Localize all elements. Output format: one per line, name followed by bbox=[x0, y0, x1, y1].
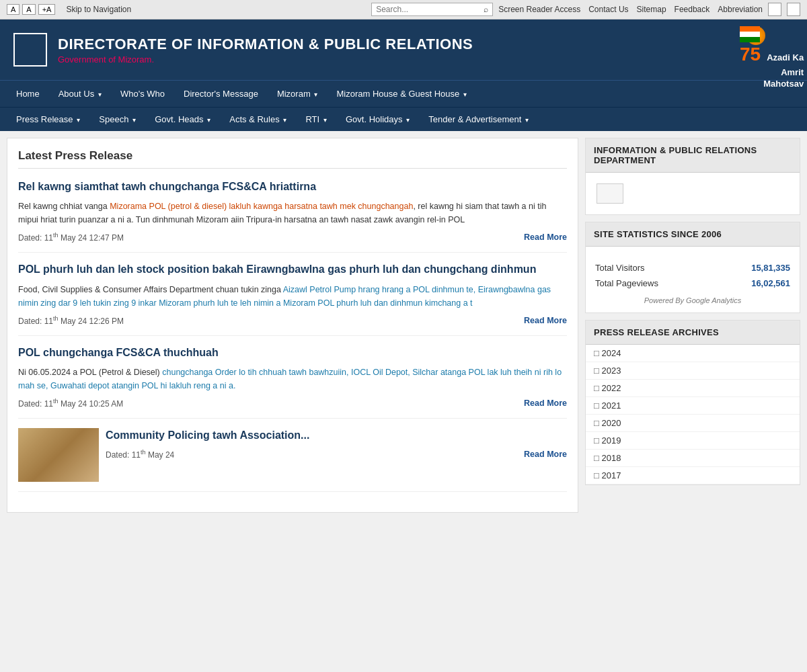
archives-box: PRESS RELEASE ARCHIVES 2024 2023 2022 20… bbox=[585, 320, 800, 485]
font-decrease-button[interactable]: A bbox=[7, 4, 20, 15]
list-item[interactable]: 2020 bbox=[586, 415, 800, 432]
archive-year-2023[interactable]: 2023 bbox=[601, 366, 621, 376]
sidebar: INFORMATION & PUBLIC RELATIONS DEPARTMEN… bbox=[585, 138, 800, 513]
press-item-body: Food, Civil Supplies & Consumer Affairs … bbox=[18, 283, 567, 310]
primary-nav: Home About Us ▾ Who's Who Director's Mes… bbox=[0, 80, 807, 107]
press-item-thumbnail bbox=[18, 428, 99, 482]
visitors-value: 15,81,335 bbox=[715, 260, 792, 276]
pageviews-label: Total Pageviews bbox=[594, 276, 715, 291]
site-name: DIRECTORATE OF INFORMATION & PUBLIC RELA… bbox=[58, 36, 740, 53]
site-header: DIRECTORATE OF INFORMATION & PUBLIC RELA… bbox=[0, 19, 807, 80]
dept-info-box: INFORMATION & PUBLIC RELATIONS DEPARTMEN… bbox=[585, 138, 800, 215]
search-input[interactable] bbox=[376, 5, 484, 14]
read-more-link[interactable]: Read More bbox=[524, 316, 567, 325]
archive-list: 2024 2023 2022 2021 2020 2019 2018 2017 bbox=[586, 345, 800, 485]
nav-speech[interactable]: Speech ▾ bbox=[89, 108, 145, 131]
table-row: Total Pageviews 16,02,561 bbox=[594, 276, 792, 291]
archive-year-2017[interactable]: 2017 bbox=[601, 470, 621, 480]
press-item-title: Rel kawng siamthat tawh chungchanga FCS&… bbox=[18, 179, 567, 194]
content-area: Latest Press Release Rel kawng siamthat … bbox=[7, 138, 578, 513]
archive-year-2021[interactable]: 2021 bbox=[601, 401, 621, 411]
nav-press-release[interactable]: Press Release ▾ bbox=[7, 108, 89, 131]
nav-directors-message[interactable]: Director's Message bbox=[174, 81, 268, 107]
dept-image bbox=[597, 183, 623, 204]
site-subtitle: Government of Mizoram. bbox=[58, 54, 740, 65]
nav-govt-holidays[interactable]: Govt. Holidays ▾ bbox=[336, 108, 419, 131]
sitemap-link[interactable]: Sitemap bbox=[637, 5, 666, 14]
press-item-meta: Dated: 11th May 24 Read More bbox=[106, 449, 567, 460]
archive-year-2018[interactable]: 2018 bbox=[601, 453, 621, 463]
pageviews-value: 16,02,561 bbox=[715, 276, 792, 291]
archive-year-2020[interactable]: 2020 bbox=[601, 418, 621, 428]
skip-navigation-link[interactable]: Skip to Navigation bbox=[66, 5, 131, 14]
press-item: POL chungchanga FCS&CA thuchhuah Ni 06.0… bbox=[18, 345, 567, 419]
list-item[interactable]: 2024 bbox=[586, 345, 800, 362]
chevron-down-icon: ▾ bbox=[96, 91, 102, 98]
font-increase-button[interactable]: +A bbox=[38, 4, 56, 15]
stats-box: SITE STATISTICS SINCE 2006 Total Visitor… bbox=[585, 222, 800, 313]
icon-button-1[interactable] bbox=[768, 3, 781, 16]
press-item-date: Dated: 11th May 24 bbox=[106, 449, 174, 460]
read-more-link[interactable]: Read More bbox=[524, 233, 567, 242]
nav-whos-who[interactable]: Who's Who bbox=[111, 81, 174, 107]
search-icon[interactable]: ⌕ bbox=[484, 5, 488, 14]
archive-year-2022[interactable]: 2022 bbox=[601, 383, 621, 393]
list-item[interactable]: 2021 bbox=[586, 397, 800, 415]
press-item-body: Rel kawng chhiat vanga Mizorama POL (pet… bbox=[18, 200, 567, 226]
press-item-date: Dated: 11th May 24 12:26 PM bbox=[18, 315, 124, 326]
read-more-link[interactable]: Read More bbox=[524, 398, 567, 408]
flag-icon bbox=[740, 26, 760, 42]
press-item-date: Dated: 11th May 24 12:47 PM bbox=[18, 232, 124, 243]
chevron-down-icon: ▾ bbox=[205, 116, 210, 124]
archive-year-2019[interactable]: 2019 bbox=[601, 435, 621, 446]
section-title: Latest Press Release bbox=[18, 149, 567, 169]
nav-mizoram-house[interactable]: Mizoram House & Guest House ▾ bbox=[328, 81, 477, 107]
site-title: DIRECTORATE OF INFORMATION & PUBLIC RELA… bbox=[58, 36, 740, 65]
list-item[interactable]: 2023 bbox=[586, 362, 800, 380]
chevron-down-icon: ▾ bbox=[75, 116, 81, 124]
list-item[interactable]: 2017 bbox=[586, 467, 800, 485]
nav-tender-advertisement[interactable]: Tender & Advertisement ▾ bbox=[419, 108, 538, 131]
archives-box-title: PRESS RELEASE ARCHIVES bbox=[586, 321, 800, 345]
press-item: Rel kawng siamthat tawh chungchanga FCS&… bbox=[18, 179, 567, 253]
press-item: Community Policing tawh Association... D… bbox=[18, 428, 567, 492]
nav-acts-rules[interactable]: Acts & Rules ▾ bbox=[220, 108, 296, 131]
nav-govt-heads[interactable]: Govt. Heads ▾ bbox=[145, 108, 220, 131]
chevron-down-icon: ▾ bbox=[282, 116, 287, 124]
nav-about-us[interactable]: About Us ▾ bbox=[49, 81, 111, 107]
archive-year-2024[interactable]: 2024 bbox=[601, 348, 621, 358]
press-item-title: Community Policing tawh Association... bbox=[106, 428, 567, 443]
nav-rti[interactable]: RTI ▾ bbox=[296, 108, 336, 131]
read-more-link[interactable]: Read More bbox=[524, 450, 567, 459]
press-item-meta: Dated: 11th May 24 12:47 PM Read More bbox=[18, 232, 567, 243]
secondary-nav: Press Release ▾ Speech ▾ Govt. Heads ▾ A… bbox=[0, 107, 807, 131]
nav-home[interactable]: Home bbox=[7, 81, 49, 107]
press-item: POL phurh luh dan leh stock position bak… bbox=[18, 262, 567, 335]
feedback-link[interactable]: Feedback bbox=[675, 5, 710, 14]
powered-by: Powered By Google Analytics bbox=[594, 296, 792, 304]
main-content: Latest Press Release Rel kawng siamthat … bbox=[0, 131, 807, 519]
font-normal-button[interactable]: A bbox=[22, 4, 35, 15]
list-item[interactable]: 2022 bbox=[586, 380, 800, 397]
stats-table: Total Visitors 15,81,335 Total Pageviews… bbox=[594, 260, 792, 291]
nav-mizoram[interactable]: Mizoram ▾ bbox=[268, 81, 328, 107]
chevron-down-icon: ▾ bbox=[461, 91, 467, 98]
press-item-meta: Dated: 11th May 24 12:26 PM Read More bbox=[18, 315, 567, 326]
azadi-number: 75 bbox=[740, 44, 761, 65]
chevron-down-icon: ▾ bbox=[313, 91, 318, 98]
chevron-down-icon: ▾ bbox=[523, 116, 529, 124]
chevron-down-icon: ▾ bbox=[321, 116, 327, 124]
search-box[interactable]: ⌕ bbox=[371, 3, 493, 16]
press-item-content: Community Policing tawh Association... D… bbox=[106, 428, 567, 482]
azadi-line2: Amrit Mahotsav bbox=[763, 67, 804, 90]
list-item[interactable]: 2019 bbox=[586, 432, 800, 450]
contact-us-link[interactable]: Contact Us bbox=[588, 5, 628, 14]
azadi-badge: 75 Azadi Ka Amrit Mahotsav bbox=[740, 26, 794, 73]
dept-box-title: INFORMATION & PUBLIC RELATIONS DEPARTMEN… bbox=[586, 138, 800, 173]
icon-button-2[interactable] bbox=[787, 3, 800, 16]
logo-box bbox=[13, 33, 47, 67]
screen-reader-link[interactable]: Screen Reader Access bbox=[498, 5, 580, 14]
press-item-date: Dated: 11th May 24 10:25 AM bbox=[18, 398, 123, 409]
abbreviation-link[interactable]: Abbreviation bbox=[718, 5, 763, 14]
list-item[interactable]: 2018 bbox=[586, 450, 800, 467]
